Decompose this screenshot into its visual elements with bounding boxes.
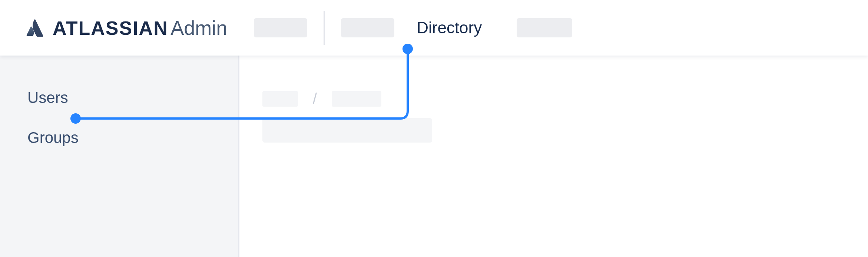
brand-text: ATLASSIAN Admin <box>53 16 227 39</box>
brand-suffix: Admin <box>170 17 227 39</box>
sidebar-item-users[interactable]: Users <box>27 89 238 107</box>
nav-item-placeholder[interactable] <box>254 18 307 37</box>
breadcrumb-placeholder[interactable] <box>262 91 298 107</box>
content-area: Users Groups / <box>0 56 868 257</box>
top-navigation: ATLASSIAN Admin Directory <box>0 0 868 56</box>
breadcrumb-placeholder[interactable] <box>332 91 381 107</box>
sidebar-item-groups[interactable]: Groups <box>27 129 238 147</box>
main-content: / <box>239 56 868 257</box>
nav-divider <box>324 11 325 45</box>
brand-name: ATLASSIAN <box>53 17 168 39</box>
sidebar: Users Groups <box>0 56 239 257</box>
brand-block: ATLASSIAN Admin <box>25 16 227 39</box>
atlassian-logo-icon <box>25 18 44 37</box>
breadcrumb-separator: / <box>313 90 317 107</box>
nav-item-placeholder[interactable] <box>517 18 572 37</box>
page-title-placeholder <box>262 118 432 143</box>
nav-item-directory[interactable]: Directory <box>417 19 482 37</box>
breadcrumb: / <box>262 90 868 107</box>
nav-item-placeholder[interactable] <box>341 18 394 37</box>
